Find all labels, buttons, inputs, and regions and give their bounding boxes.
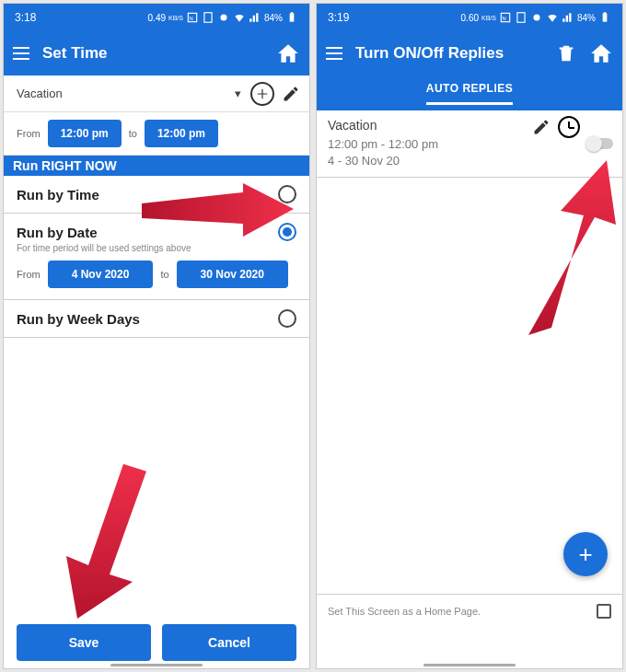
debug-icon xyxy=(530,11,543,24)
svg-rect-5 xyxy=(291,12,293,14)
signal-icon xyxy=(249,11,261,24)
option-label: Run by Date xyxy=(17,225,98,240)
home-icon[interactable] xyxy=(589,41,613,65)
nfc-icon: N xyxy=(499,11,512,24)
home-page-label: Set This Screen as a Home Page. xyxy=(328,606,481,617)
reply-time-range: 12:00 pm - 12:00 pm xyxy=(328,136,611,153)
radio-selected[interactable] xyxy=(278,223,296,241)
battery-icon xyxy=(598,11,611,24)
svg-point-11 xyxy=(533,15,539,21)
trash-icon[interactable] xyxy=(556,43,576,64)
wifi-icon xyxy=(546,11,559,24)
svg-rect-4 xyxy=(290,13,295,21)
screen-auto-replies: 3:19 0.60 KB/S N 84% Turn ON/Off Replies… xyxy=(316,3,623,669)
battery-pct: 84% xyxy=(264,13,283,23)
option-label: Run by Time xyxy=(17,187,99,203)
net-unit: KB/S xyxy=(168,15,183,21)
home-icon[interactable] xyxy=(276,41,300,65)
option-hint: For time period will be used settings ab… xyxy=(4,243,309,253)
radio-unselected[interactable] xyxy=(278,309,296,328)
home-page-checkbox[interactable] xyxy=(597,604,611,619)
date-range-row: From 4 Nov 2020 to 30 Nov 2020 xyxy=(4,253,309,299)
to-label: to xyxy=(160,269,168,280)
reply-date-range: 4 - 30 Nov 20 xyxy=(328,153,611,169)
status-time: 3:19 xyxy=(328,11,349,24)
svg-point-3 xyxy=(220,15,226,21)
battery-pct: 84% xyxy=(577,13,596,23)
nav-indicator xyxy=(423,664,516,666)
nfc-icon: N xyxy=(186,11,199,24)
wifi-icon xyxy=(233,11,246,24)
run-now-banner[interactable]: Run RIGHT NOW xyxy=(4,156,309,176)
from-time-chip[interactable]: 12:00 pm xyxy=(48,120,122,147)
screen-set-time: 3:18 0.49 KB/S N 84% Set Time Vacation ▾… xyxy=(3,3,310,669)
menu-icon[interactable] xyxy=(13,47,29,60)
add-fab[interactable]: + xyxy=(563,532,608,576)
status-bar: 3:18 0.49 KB/S N 84% xyxy=(4,4,309,31)
from-date-chip[interactable]: 4 Nov 2020 xyxy=(48,261,154,288)
menu-icon[interactable] xyxy=(326,47,342,60)
save-button[interactable]: Save xyxy=(17,624,151,661)
battery-icon xyxy=(285,11,298,24)
debug-icon xyxy=(217,11,230,24)
from-label: From xyxy=(17,128,41,139)
svg-marker-7 xyxy=(66,464,146,619)
edit-icon[interactable] xyxy=(282,85,300,103)
time-range-row: From 12:00 pm to 12:00 pm xyxy=(4,112,309,156)
status-bar: 3:19 0.60 KB/S N 84% xyxy=(317,4,622,31)
net-speed: 0.60 xyxy=(461,13,479,23)
svg-rect-10 xyxy=(517,13,525,23)
svg-text:N: N xyxy=(189,16,192,21)
clock-icon[interactable] xyxy=(558,116,580,138)
svg-text:N: N xyxy=(502,16,505,21)
option-run-by-week[interactable]: Run by Week Days xyxy=(4,300,309,338)
to-label: to xyxy=(129,128,137,139)
page-title: Turn ON/Off Replies xyxy=(355,44,543,63)
status-right: 0.60 KB/S N 84% xyxy=(461,11,611,24)
option-run-by-date[interactable]: Run by Date For time period will be used… xyxy=(4,214,309,300)
signal-icon xyxy=(562,11,574,24)
device-icon xyxy=(515,11,527,24)
option-label: Run by Week Days xyxy=(17,311,140,327)
nav-indicator xyxy=(110,664,203,666)
enable-toggle[interactable] xyxy=(587,138,613,149)
reply-card[interactable]: Vacation 12:00 pm - 12:00 pm 4 - 30 Nov … xyxy=(317,110,622,178)
annotation-arrow-icon xyxy=(510,160,620,335)
cancel-button[interactable]: Cancel xyxy=(162,624,296,661)
add-profile-button[interactable] xyxy=(250,82,274,106)
plus-icon: + xyxy=(578,540,592,569)
bottom-button-bar: Save Cancel xyxy=(4,624,309,661)
chevron-down-icon: ▾ xyxy=(235,87,241,100)
app-bar: Turn ON/Off Replies xyxy=(317,31,622,75)
profile-dropdown[interactable]: Vacation ▾ xyxy=(17,87,241,100)
status-right: 0.49 KB/S N 84% xyxy=(148,11,298,24)
option-run-by-time[interactable]: Run by Time xyxy=(4,176,309,214)
svg-marker-14 xyxy=(528,160,616,335)
tab-bar: AUTO REPLIES xyxy=(317,75,622,110)
svg-rect-12 xyxy=(603,13,608,21)
net-speed: 0.49 xyxy=(148,13,166,23)
svg-rect-13 xyxy=(604,12,606,14)
to-time-chip[interactable]: 12:00 pm xyxy=(145,120,218,147)
edit-icon[interactable] xyxy=(532,118,551,136)
svg-rect-2 xyxy=(204,13,212,23)
radio-unselected[interactable] xyxy=(278,185,296,203)
app-bar: Set Time xyxy=(4,31,309,75)
page-title: Set Time xyxy=(42,44,263,63)
to-date-chip[interactable]: 30 Nov 2020 xyxy=(177,261,288,288)
profile-row: Vacation ▾ xyxy=(4,75,309,112)
profile-value: Vacation xyxy=(17,87,63,100)
tab-auto-replies[interactable]: AUTO REPLIES xyxy=(426,82,513,105)
status-time: 3:18 xyxy=(15,11,36,24)
net-unit: KB/S xyxy=(481,15,496,21)
plus-icon xyxy=(256,87,269,100)
device-icon xyxy=(202,11,214,24)
home-page-setting-row[interactable]: Set This Screen as a Home Page. xyxy=(317,594,622,628)
annotation-arrow-icon xyxy=(59,464,160,620)
from-label: From xyxy=(17,269,41,280)
